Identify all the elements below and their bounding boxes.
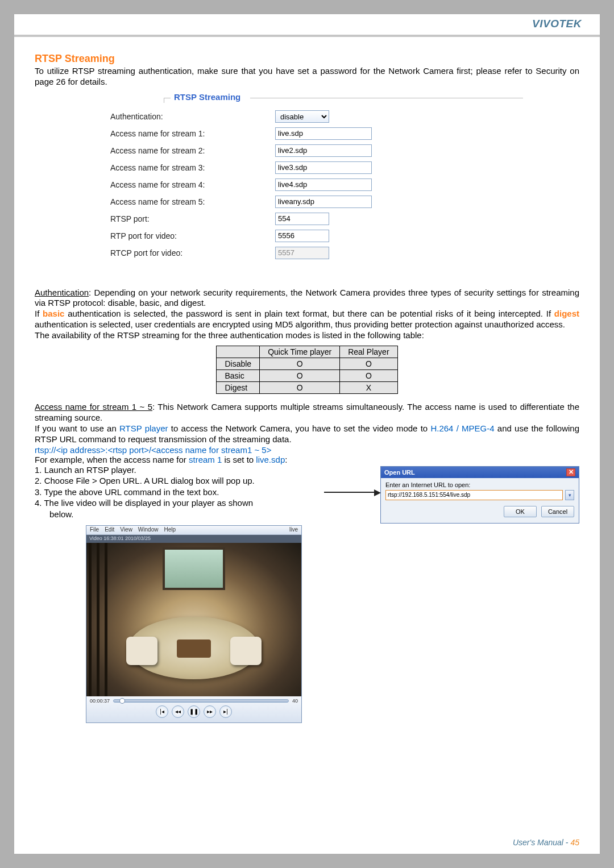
rtsp-player-paragraph: If you want to use an RTSP player to acc… (35, 423, 579, 445)
stream1-label: Access name for stream 1: (110, 129, 275, 138)
rtpport-label: RTP port for video: (110, 231, 275, 240)
page-footer: User's Manual - 45 (513, 838, 579, 847)
stream3-input[interactable] (275, 161, 372, 174)
intro-text: To utilize RTSP streaming authentication… (35, 66, 579, 88)
step-1: 1. Launch an RTSP player. (35, 464, 374, 476)
brand-header: VIVOTEK (14, 14, 600, 34)
open-url-dialog: Open URL ✕ Enter an Internet URL to open… (380, 466, 579, 524)
forward-icon[interactable]: ▸▸ (204, 705, 216, 718)
player-title: live (289, 526, 298, 534)
stream2-input[interactable] (275, 144, 372, 157)
auth-label: Authentication: (110, 112, 275, 121)
time-pos: 00:00:37 (90, 698, 110, 704)
player-menubar: File Edit View Window Help live (86, 526, 301, 535)
dropdown-icon[interactable]: ▾ (565, 490, 574, 500)
video-player: File Edit View Window Help live Video 16… (86, 525, 302, 723)
menu-window[interactable]: Window (138, 526, 159, 534)
stream3-label: Access name for stream 3: (110, 163, 275, 172)
row-basic: Basic (217, 369, 260, 381)
section-title: RTSP Streaming (35, 53, 579, 65)
rtcpport-label: RTCP port for video: (110, 248, 275, 258)
stream4-label: Access name for stream 4: (110, 180, 275, 189)
cancel-button[interactable]: Cancel (541, 506, 574, 517)
dialog-label: Enter an Internet URL to open: (385, 481, 574, 488)
rtspport-label: RTSP port: (110, 214, 275, 223)
seek-slider[interactable] (113, 699, 289, 703)
stream1-input[interactable] (275, 127, 372, 140)
compat-table: Quick Time player Real Player Disable O … (216, 346, 397, 394)
rtcpport-input (275, 247, 329, 259)
skip-start-icon[interactable]: |◂ (156, 705, 168, 718)
step-3: 3. Type the above URL command in the tex… (35, 487, 374, 498)
header-rule (14, 35, 600, 37)
video-frame (86, 543, 301, 696)
example-line: For example, when the access name for st… (35, 455, 579, 464)
stream5-label: Access name for stream 5: (110, 197, 275, 206)
ok-button[interactable]: OK (504, 506, 537, 517)
col-realplayer: Real Player (340, 346, 397, 358)
arrow-icon (374, 489, 381, 496)
panel-legend: RTSP Streaming (171, 92, 244, 102)
skip-end-icon[interactable]: ▸| (219, 705, 232, 718)
dialog-title-text: Open URL (384, 469, 415, 476)
menu-help[interactable]: Help (164, 526, 176, 534)
step-4a: 4. The live video will be displayed in y… (35, 497, 374, 509)
row-digest: Digest (217, 381, 260, 393)
stream4-input[interactable] (275, 178, 372, 191)
player-timestamp: Video 16:38:01 2010/03/25 (86, 535, 301, 543)
rewind-icon[interactable]: ◂◂ (172, 705, 184, 718)
volume-value: 40 (292, 698, 298, 704)
step-2: 2. Choose File > Open URL. A URL dialog … (35, 475, 374, 487)
close-icon[interactable]: ✕ (566, 468, 575, 476)
auth-select[interactable]: disable (275, 110, 329, 123)
stream2-label: Access name for stream 2: (110, 146, 275, 155)
rtsp-settings-panel: RTSP Streaming Authentication: disable A… (91, 93, 523, 275)
dialog-titlebar: Open URL ✕ (381, 467, 579, 478)
menu-edit[interactable]: Edit (105, 526, 114, 534)
connector-line (324, 492, 375, 493)
play-pause-icon[interactable]: ❚❚ (188, 705, 200, 718)
col-quicktime: Quick Time player (260, 346, 340, 358)
access-paragraph: Access name for stream 1 ~ 5: This Netwo… (35, 402, 579, 423)
url-input[interactable] (385, 490, 563, 500)
step-4b: below. (49, 509, 374, 520)
auth-paragraph-2: If basic authentication is selected, the… (35, 309, 579, 330)
row-disable: Disable (217, 358, 260, 369)
menu-file[interactable]: File (90, 526, 99, 534)
rtspport-input[interactable] (275, 213, 329, 225)
rtpport-input[interactable] (275, 230, 329, 242)
stream5-input[interactable] (275, 196, 372, 208)
auth-paragraph-3: The availability of the RTSP streaming f… (35, 330, 579, 341)
menu-view[interactable]: View (120, 526, 132, 534)
rtsp-url-template: rtsp://<ip address>:<rtsp port>/<access … (35, 445, 579, 455)
auth-paragraph: Authentication: Depending on your networ… (35, 288, 579, 309)
